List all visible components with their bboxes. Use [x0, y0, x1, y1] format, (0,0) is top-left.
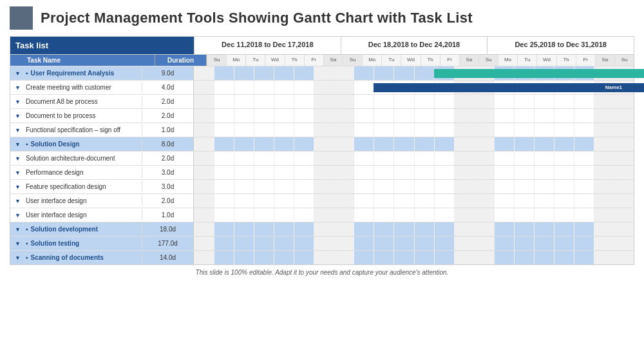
- day-col-header-13: Sa: [459, 55, 478, 66]
- row-duration-6: 2.0d: [142, 153, 193, 164]
- day-col-header-19: Fr: [576, 55, 595, 66]
- row-day-cell: [393, 109, 413, 123]
- row-day-cell: [374, 95, 393, 108]
- row-day-cell: [494, 166, 514, 179]
- row-day-cell: [474, 152, 494, 165]
- row-arrow-13[interactable]: ▼: [10, 255, 23, 261]
- row-day-cell: [393, 237, 413, 250]
- row-day-cell: [594, 194, 614, 208]
- row-day-cell: [214, 109, 234, 123]
- row-duration-2: 2.0d: [142, 96, 193, 107]
- row-arrow-11[interactable]: ▼: [10, 226, 23, 233]
- row-day-cell: [354, 66, 374, 80]
- table-row: ▼User interface design1.0dName9: [10, 208, 634, 222]
- row-left-13: ▼▪Scanning of documents14.0d: [10, 251, 194, 264]
- row-day-cell: [454, 123, 474, 137]
- row-day-cell: [214, 222, 234, 236]
- row-day-cell: [274, 66, 294, 80]
- row-task-name-0: ▪User Requirement Analysis: [23, 68, 142, 79]
- row-day-cell: [314, 166, 334, 179]
- day-col-header-16: Tu: [517, 55, 536, 66]
- row-arrow-0[interactable]: ▼: [10, 70, 23, 77]
- row-day-cell: [514, 123, 534, 137]
- row-day-cell: [374, 180, 393, 193]
- row-arrow-1[interactable]: ▼: [10, 84, 23, 91]
- day-col-header-9: Tu: [381, 55, 401, 66]
- row-arrow-10[interactable]: ▼: [10, 212, 23, 219]
- row-day-cell: [594, 180, 614, 193]
- row-duration-9: 2.0d: [142, 195, 193, 206]
- row-day-cell: [554, 222, 574, 236]
- row-day-cell: [294, 95, 314, 108]
- row-day-cell: [454, 237, 474, 250]
- row-day-cell: [214, 194, 234, 208]
- row-day-cell: [474, 180, 494, 193]
- row-day-cell: [534, 180, 554, 193]
- row-arrow-6[interactable]: ▼: [10, 155, 23, 162]
- row-day-cell: [434, 208, 454, 222]
- row-day-cell: [574, 194, 594, 208]
- row-day-cell: [393, 194, 413, 208]
- row-day-cell: [514, 222, 534, 236]
- row-gantt-3: Name3: [194, 109, 634, 123]
- day-col-header-2: Tu: [245, 55, 265, 66]
- row-day-cell: [534, 208, 554, 222]
- page-title: Project Management Tools Showing Gantt C…: [41, 10, 473, 26]
- row-day-cell: [434, 180, 454, 193]
- row-task-name-9: User interface design: [23, 195, 142, 206]
- row-day-cell: [194, 222, 214, 236]
- footer-text: This slide is 100% editable. Adapt it to…: [10, 269, 634, 276]
- day-col-header-5: Fr: [304, 55, 323, 66]
- row-day-cells-6: [194, 152, 634, 165]
- row-arrow-12[interactable]: ▼: [10, 240, 23, 247]
- row-day-cells-9: [194, 194, 634, 208]
- row-day-cell: [234, 166, 254, 179]
- row-day-cell: [374, 222, 393, 236]
- row-day-cell: [294, 194, 314, 208]
- row-day-cell: [454, 109, 474, 123]
- row-day-cell: [554, 109, 574, 123]
- row-day-cell: [274, 194, 294, 208]
- row-arrow-9[interactable]: ▼: [10, 198, 23, 204]
- row-task-name-4: Functional specification – sign off: [23, 124, 142, 135]
- row-arrow-5[interactable]: ▼: [10, 141, 23, 148]
- row-day-cell: [393, 123, 413, 137]
- row-arrow-2[interactable]: ▼: [10, 99, 23, 105]
- row-day-cell: [614, 166, 634, 179]
- row-day-cell: [334, 95, 354, 108]
- col-task-name-header: Task Name: [23, 55, 155, 66]
- row-arrow-8[interactable]: ▼: [10, 184, 23, 190]
- row-arrow-3[interactable]: ▼: [10, 113, 23, 119]
- row-day-cell: [354, 180, 374, 193]
- row-day-cell: [514, 95, 534, 108]
- row-arrow-7[interactable]: ▼: [10, 170, 23, 176]
- row-arrow-4[interactable]: ▼: [10, 127, 23, 133]
- row-day-cell: [574, 251, 594, 264]
- row-day-cell: [234, 137, 254, 151]
- row-day-cells-3: [194, 109, 634, 123]
- row-left-0: ▼▪User Requirement Analysis9.0d: [10, 66, 194, 80]
- row-day-cell: [474, 95, 494, 108]
- row-day-cell: [334, 166, 354, 179]
- row-day-cell: [234, 109, 254, 123]
- row-left-12: ▼▪Solution testing177.0d: [10, 237, 194, 250]
- row-day-cell: [534, 95, 554, 108]
- row-left-1: ▼Create meeting with customer4.0d: [10, 81, 194, 94]
- row-day-cell: [393, 180, 413, 193]
- row-day-cell: [414, 109, 434, 123]
- row-day-cell: [414, 194, 434, 208]
- row-day-cell: [194, 194, 214, 208]
- row-day-cell: [274, 137, 294, 151]
- table-row: ▼▪User Requirement Analysis9.0d: [10, 66, 634, 80]
- row-day-cell: [254, 194, 274, 208]
- row-day-cell: [194, 109, 214, 123]
- row-day-cell: [194, 95, 214, 108]
- gantt-bar-1: Name1: [374, 83, 644, 92]
- date-range-1: Dec 11,2018 to Dec 17,2018: [194, 37, 341, 54]
- row-day-cell: [314, 180, 334, 193]
- title-area: Project Management Tools Showing Gantt C…: [10, 6, 634, 30]
- row-day-cell: [594, 237, 614, 250]
- row-day-cell: [354, 237, 374, 250]
- row-left-6: ▼Solution architecture-document2.0d: [10, 152, 194, 165]
- row-day-cell: [494, 208, 514, 222]
